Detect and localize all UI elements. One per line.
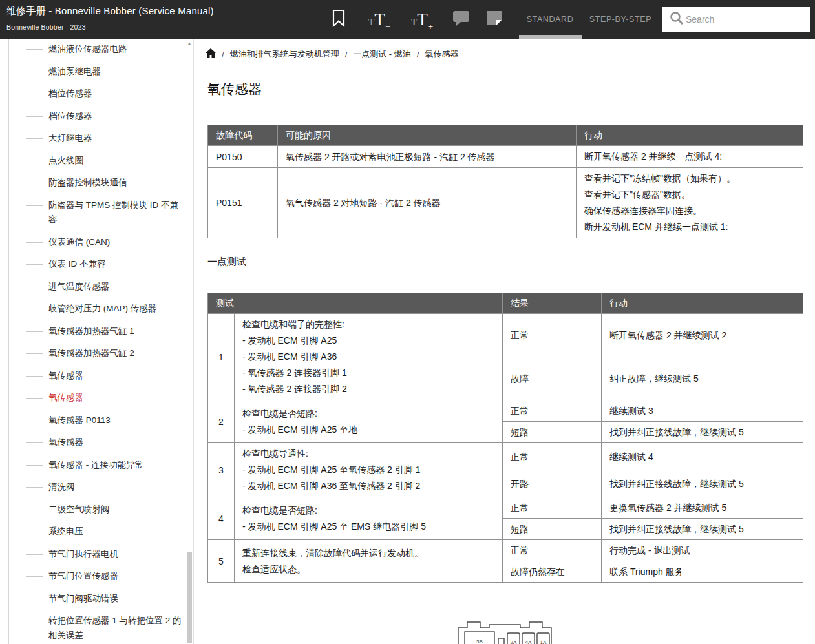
breadcrumb-separator: / bbox=[417, 50, 419, 59]
sidebar-item[interactable]: 节气门执行器电机 bbox=[48, 547, 186, 562]
test-action-cell: 联系 Triumph 服务 bbox=[602, 561, 803, 583]
test-table-row: 4检查电缆是否短路:- 发动机 ECM 引脚 A25 至 EMS 继电器引脚 5… bbox=[208, 497, 803, 519]
fault-action-line: 查看并记下"传感器"数据。 bbox=[584, 187, 795, 203]
sidebar-item[interactable]: 档位传感器 bbox=[48, 109, 186, 124]
sidebar-item-active[interactable]: 氧传感器 bbox=[48, 391, 186, 406]
search-input[interactable] bbox=[684, 14, 794, 25]
test-table-row: 5重新连接线束，清除故障代码并运行发动机。检查适应状态。正常行动完成 - 退出测… bbox=[208, 540, 803, 561]
sidebar-item[interactable]: 节气门阀驱动错误 bbox=[48, 592, 186, 607]
sidebar-item[interactable]: 氧传感器 bbox=[48, 369, 186, 384]
test-description-cell: 检查电缆是否短路:- 发动机 ECM 引脚 A25 至 EMS 继电器引脚 5 bbox=[235, 497, 503, 540]
test-action-cell: 继续测试 4 bbox=[602, 443, 803, 470]
test-description-cell: 重新连接线束，清除故障代码并运行发动机。检查适应状态。 bbox=[235, 540, 503, 583]
comment-button[interactable] bbox=[452, 0, 470, 39]
test-description-line: - 发动机 ECM 引脚 A25 bbox=[242, 333, 494, 349]
sidebar-item-label: 清洗阀 bbox=[48, 480, 75, 495]
sidebar-item[interactable]: 档位传感器 bbox=[48, 87, 186, 101]
sidebar-item-label: 进气温度传感器 bbox=[48, 280, 110, 295]
fault-table-header-code: 故障代码 bbox=[208, 125, 278, 146]
sidebar-item[interactable]: 歧管绝对压力 (MAP) 传感器 bbox=[48, 302, 186, 317]
fault-action-line: 查看并记下"冻结帧"数据（如果有）。 bbox=[584, 171, 795, 187]
bookmark-button[interactable] bbox=[332, 0, 345, 39]
search-box[interactable] bbox=[662, 7, 810, 32]
fault-code-cell: P0150 bbox=[208, 146, 278, 168]
sidebar-item[interactable]: 氧传感器 - 连接功能异常 bbox=[48, 458, 186, 473]
tab-standard[interactable]: STANDARD bbox=[517, 0, 583, 39]
sidebar-item[interactable]: 二级空气喷射阀 bbox=[48, 503, 186, 517]
breadcrumb-item[interactable]: 氧传感器 bbox=[425, 48, 458, 60]
sidebar-item-label: 燃油泵继电器 bbox=[48, 65, 101, 79]
fault-table-row: P0150氧传感器 2 开路或对蓄电池正极短路 - 汽缸 2 传感器断开氧传感器… bbox=[208, 146, 803, 168]
sidebar-item[interactable]: 氧传感器 P0113 bbox=[48, 413, 186, 428]
test-number-cell: 3 bbox=[208, 443, 235, 497]
connector-cell-label: 2A bbox=[511, 639, 517, 644]
fault-action-cell: 查看并记下"冻结帧"数据（如果有）。查看并记下"传感器"数据。确保传感器连接器牢… bbox=[577, 168, 803, 238]
sidebar-item-label: 氧传感器加热器气缸 1 bbox=[48, 324, 134, 339]
test-result-cell: 正常 bbox=[503, 497, 602, 519]
sidebar-item[interactable]: 大灯继电器 bbox=[48, 131, 186, 146]
breadcrumb-item[interactable]: 一点测试 - 燃油 bbox=[353, 48, 411, 60]
sidebar-item[interactable]: 清洗阀 bbox=[48, 480, 186, 495]
sidebar-item-label: 防盗器控制模块通信 bbox=[48, 176, 127, 191]
sidebar-item-label: 节气门阀驱动错误 bbox=[48, 592, 118, 607]
sidebar-item-label: 氧传感器 bbox=[48, 391, 83, 406]
test-description-line: 检查适应状态。 bbox=[242, 561, 494, 577]
home-icon[interactable] bbox=[206, 48, 216, 60]
sidebar-item-label: 防盗器与 TPMS 控制模块 ID 不兼容 bbox=[48, 198, 182, 227]
test-description-line: - 发动机 ECM 引脚 A25 至地 bbox=[242, 422, 494, 438]
fault-code-table: 故障代码 可能的原因 行动 P0150氧传感器 2 开路或对蓄电池正极短路 - … bbox=[207, 125, 803, 238]
sidebar-item[interactable]: 燃油泵继电器 bbox=[48, 65, 186, 79]
sidebar-item-label: 点火线圈 bbox=[48, 154, 83, 169]
test-description-line: 检查电缆是否短路: bbox=[242, 406, 494, 422]
test-action-cell: 行动完成 - 退出测试 bbox=[602, 540, 803, 561]
connector-cell-label: 4A bbox=[525, 639, 532, 644]
test-table-row: 2检查电缆是否短路:- 发动机 ECM 引脚 A25 至地正常继续测试 3 bbox=[208, 400, 803, 422]
test-table-header-result: 结果 bbox=[503, 293, 602, 314]
sidebar-item-label: 氧传感器 P0113 bbox=[48, 413, 111, 428]
app-header: 维修手册 - Bonneville Bobber (Service Manual… bbox=[0, 0, 815, 39]
breadcrumb: /燃油和排气系统与发动机管理/一点测试 - 燃油/氧传感器 bbox=[206, 48, 458, 60]
sidebar-item[interactable]: 氧传感器加热器气缸 1 bbox=[48, 324, 186, 339]
test-description-cell: 检查电缆和端子的完整性:- 发动机 ECM 引脚 A25- 发动机 ECM 引脚… bbox=[235, 314, 503, 400]
font-increase-button[interactable]: TT+ bbox=[411, 0, 433, 39]
sidebar-item[interactable]: 燃油液位传感器电路 bbox=[48, 42, 186, 57]
test-number-cell: 5 bbox=[208, 540, 235, 583]
sidebar-item[interactable]: 转把位置传感器 1 与转把位置 2 的相关误差 bbox=[48, 614, 186, 643]
sidebar-item[interactable]: 氧传感器 bbox=[48, 435, 186, 450]
connector-cell-label: 3B bbox=[476, 639, 483, 644]
sidebar-item[interactable]: 防盗器与 TPMS 控制模块 ID 不兼容 bbox=[48, 198, 186, 227]
sidebar-item[interactable]: 氧传感器加热器气缸 2 bbox=[48, 346, 186, 361]
sidebar-item[interactable]: 仪表通信 (CAN) bbox=[48, 235, 186, 250]
test-description-line: - 发动机 ECM 引脚 A25 至氧传感器 2 引脚 1 bbox=[242, 462, 494, 478]
test-action-cell: 纠正故障，继续测试 5 bbox=[602, 357, 803, 400]
sidebar-item[interactable]: 仪表 ID 不兼容 bbox=[48, 257, 186, 272]
fault-table-header-row: 故障代码 可能的原因 行动 bbox=[208, 125, 803, 146]
sidebar-item[interactable]: 进气温度传感器 bbox=[48, 280, 186, 295]
test-table-row: 1检查电缆和端子的完整性:- 发动机 ECM 引脚 A25- 发动机 ECM 引… bbox=[208, 314, 803, 357]
scrollbar-up-arrow[interactable]: ▲ bbox=[187, 41, 192, 47]
sidebar-item-label: 转把位置传感器 1 与转把位置 2 的相关误差 bbox=[48, 614, 182, 643]
sidebar-item-label: 档位传感器 bbox=[48, 109, 92, 124]
test-description-line: - 发动机 ECM 引脚 A36 至氧传感器 2 引脚 2 bbox=[242, 478, 494, 494]
test-result-cell: 短路 bbox=[503, 422, 602, 443]
test-action-cell: 找到并纠正接线故障，继续测试 5 bbox=[602, 422, 803, 443]
test-result-cell: 正常 bbox=[503, 540, 602, 561]
tab-step-by-step[interactable]: STEP-BY-STEP bbox=[586, 0, 655, 39]
fault-cause-cell: 氧传感器 2 开路或对蓄电池正极短路 - 汽缸 2 传感器 bbox=[278, 146, 577, 168]
sidebar-item-label: 燃油液位传感器电路 bbox=[48, 42, 127, 57]
font-decrease-button[interactable]: TT− bbox=[368, 0, 390, 39]
test-description-line: 检查电缆是否短路: bbox=[242, 503, 494, 519]
sidebar-item[interactable]: 点火线圈 bbox=[48, 154, 186, 169]
sidebar-item[interactable]: 系统电压 bbox=[48, 525, 186, 539]
test-result-cell: 短路 bbox=[503, 519, 602, 540]
sidebar-item[interactable]: 防盗器控制模块通信 bbox=[48, 176, 186, 191]
sidebar-item-label: 氧传感器 bbox=[48, 435, 83, 450]
sidebar-item[interactable]: 节气门位置传感器 bbox=[48, 569, 186, 584]
breadcrumb-item[interactable]: 燃油和排气系统与发动机管理 bbox=[230, 48, 339, 60]
fault-table-header-cause: 可能的原因 bbox=[278, 125, 577, 146]
test-number-cell: 4 bbox=[208, 497, 235, 540]
test-table-header-row: 测试 结果 行动 bbox=[208, 293, 803, 314]
scrollbar-thumb[interactable] bbox=[187, 552, 192, 643]
note-button[interactable] bbox=[487, 0, 502, 39]
sidebar-item-label: 系统电压 bbox=[48, 525, 83, 539]
